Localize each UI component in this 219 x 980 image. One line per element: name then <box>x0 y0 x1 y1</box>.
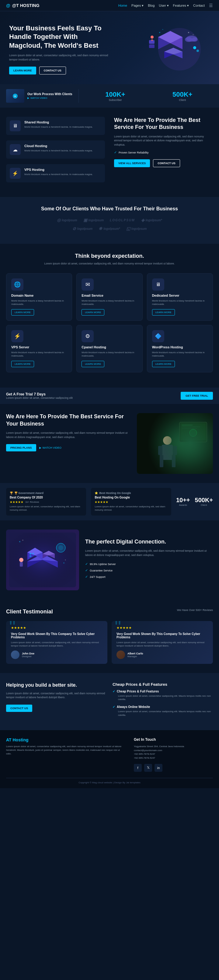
platform-desc: Lorem ipsum dolor sit amet, consectetur … <box>94 505 167 512</box>
svg-rect-44 <box>32 553 34 554</box>
testimonial-1-author-info: John Doe Designer <box>22 652 34 658</box>
pricing-plans-button[interactable]: PRICING PLANS <box>6 444 36 452</box>
logo[interactable]: @ @T HOSTING <box>6 3 40 8</box>
client-number: 500K+ <box>152 91 213 99</box>
wordpress-title: WordPress Hosting <box>152 345 208 349</box>
logo-icon-5: ⊘ <box>72 226 76 231</box>
digital-title: The perfect Digital Connection. <box>85 538 213 545</box>
linkedin-icon[interactable]: in <box>155 764 162 772</box>
logo-icon-6: ❋ <box>99 226 102 231</box>
contact-us-button[interactable]: CONTACT US <box>39 67 66 75</box>
wordpress-learn-button[interactable]: LEARN MORE <box>152 361 175 367</box>
beyond-section: Think beyond expectation. Lorem ipsum do… <box>0 244 219 388</box>
award-desc: Lorem ipsum dolor sit amet, consectetur … <box>10 505 82 512</box>
svg-rect-33 <box>160 455 163 467</box>
svg-point-53 <box>19 541 21 542</box>
svg-rect-8 <box>149 45 155 48</box>
cheap-feature-1-desc: Lorem ipsum dolor sit amet, consectetur … <box>112 694 213 701</box>
svg-rect-45 <box>29 555 31 557</box>
vps-hosting-info: VPS Hosting Morbi tincidunt mauris a hen… <box>24 168 93 176</box>
svg-point-11 <box>192 37 198 41</box>
footer-brand-desc: Lorem ipsum dolor sit amet, consectetur … <box>6 745 125 756</box>
uptime-label: 99.9% Uptime Server <box>90 563 116 566</box>
logos-row-2: ⊘logolpsum ❋logolpsum* ◱logolpsum <box>6 226 213 231</box>
dedicated-learn-button[interactable]: LEARN MORE <box>152 309 175 315</box>
svg-point-19 <box>193 34 194 35</box>
about2-image <box>137 413 213 474</box>
cpanel-icon: ⚙ <box>82 330 94 342</box>
email-learn-button[interactable]: LEARN MORE <box>82 309 104 315</box>
watch-video-link-2[interactable]: ▶ WATCH VIDEO <box>39 446 62 449</box>
navigation: @ @T HOSTING Home Pages ▾ Blog User ▾ Fe… <box>0 0 219 11</box>
testimonial-1-name: John Doe <box>22 652 34 655</box>
logo-4: ◈logolpsum* <box>141 218 162 223</box>
video-info: Our Work Process With Clients ▶ WATCH VI… <box>27 92 72 99</box>
check-icon: ✓ <box>114 151 117 154</box>
testimonial-header: Client Testimonial We Have Over 500+ Rev… <box>6 609 213 615</box>
logo-3: LOGOLPSUM <box>110 218 135 222</box>
testimonial-1-title: Very Good Work Shown By This Company To … <box>11 632 102 639</box>
cheap-feature-2-title: ✓ Always Online Website <box>112 705 213 708</box>
domain-learn-button[interactable]: LEARN MORE <box>11 309 34 315</box>
about2-buttons: PRICING PLANS ▶ WATCH VIDEO <box>6 444 131 452</box>
nav-home[interactable]: Home <box>118 4 127 7</box>
cloud-hosting-desc: Morbi tincidunt mauris a hendrerit lacin… <box>24 149 93 152</box>
hero-buttons: LEARN MORE CONTACT US <box>9 67 112 75</box>
learn-more-button[interactable]: LEARN MORE <box>9 67 36 75</box>
help-contact-button[interactable]: CONTACT US <box>6 705 32 712</box>
cloud-hosting-title: Cloud Hosting <box>24 144 93 148</box>
testimonial-1-avatar <box>11 651 19 659</box>
trial-title: Get A Free Trial 7 Days <box>6 392 73 396</box>
testimonial-2-role: Manager <box>128 655 143 658</box>
copyright-text: Copyright © Mag cloud website | Design B… <box>78 781 141 784</box>
nav-user[interactable]: User ▾ <box>159 4 168 8</box>
svg-point-49 <box>19 558 23 562</box>
footer-contact: Get In Touch Yogyakarta Street 264, Cent… <box>134 737 213 772</box>
nav-links: Home Pages ▾ Blog User ▾ Features ▾ Cont… <box>118 3 213 8</box>
svg-point-56 <box>65 559 66 560</box>
view-services-button[interactable]: VIEW ALL SERVICES <box>114 159 150 167</box>
testimonial-title: Client Testimonial <box>6 609 53 615</box>
nav-blog[interactable]: Blog <box>148 4 155 7</box>
logo-icon-2: ▣ <box>83 218 87 223</box>
play-icon[interactable] <box>13 94 18 99</box>
award-title-main: Best Company Of 2020 <box>10 496 82 499</box>
svg-rect-26 <box>182 426 200 427</box>
digital-3d-graphic <box>9 533 76 587</box>
email-icon: ✉ <box>82 278 94 291</box>
nav-pages[interactable]: Pages ▾ <box>131 4 144 8</box>
nav-features[interactable]: Features ▾ <box>173 4 189 8</box>
vps-desc: Morbi tincidunt mauris a biasy hendrerit… <box>11 351 67 358</box>
svg-rect-22 <box>137 413 213 474</box>
vps-learn-button[interactable]: LEARN MORE <box>11 361 34 367</box>
trophy-icon: 🏆 <box>10 492 13 495</box>
clients-label: Client <box>195 504 213 506</box>
svg-point-13 <box>151 39 153 41</box>
testimonial-2-author-info: Albert Carlo Manager <box>128 652 143 658</box>
menu-icon[interactable]: ☰ <box>209 3 213 8</box>
facebook-icon[interactable]: f <box>134 764 142 772</box>
service-card-dedicated: 🖥 Dedicated Server Morbi tincidunt mauri… <box>147 273 213 321</box>
cheap-check-icon-2: ✓ <box>112 705 115 708</box>
help-description: Lorem ipsum dolor sit amet, consectetur … <box>6 692 107 700</box>
service-card-wordpress: 🔷 WordPress Hosting Morbi tincidunt maur… <box>147 325 213 372</box>
award-stats: 10++ Awards 500K+ Client <box>176 497 213 506</box>
video-thumbnail[interactable] <box>6 89 24 103</box>
cpanel-learn-button[interactable]: LEARN MORE <box>82 361 104 367</box>
twitter-icon[interactable]: 𝕏 <box>144 764 152 772</box>
svg-rect-30 <box>162 445 173 460</box>
nav-contact[interactable]: Contact <box>193 4 205 7</box>
beyond-description: Lorem ipsum dolor sit amet, consectetur … <box>34 262 185 266</box>
contact-button[interactable]: CONTACT US <box>153 159 180 167</box>
testimonial-2-avatar <box>117 651 125 659</box>
cheap-check-icon-1: ✓ <box>112 690 115 693</box>
vps-hosting-icon: ⚡ <box>10 168 21 179</box>
domain-icon: 🌐 <box>11 278 23 291</box>
uptime-feature: ✓ 99.9% Uptime Server <box>85 562 213 566</box>
watch-video-link[interactable]: ▶ WATCH VIDEO <box>27 97 72 99</box>
guarantee-label: Guarantee Service <box>90 569 112 572</box>
about-buttons: VIEW ALL SERVICES CONTACT US <box>114 159 213 167</box>
trial-text: Get A Free Trial 7 Days Lorem ipsum dolo… <box>6 392 73 399</box>
cloud-hosting-info: Cloud Hosting Morbi tincidunt mauris a h… <box>24 144 93 152</box>
free-trial-button[interactable]: GET FREE TRIAL <box>181 392 213 400</box>
